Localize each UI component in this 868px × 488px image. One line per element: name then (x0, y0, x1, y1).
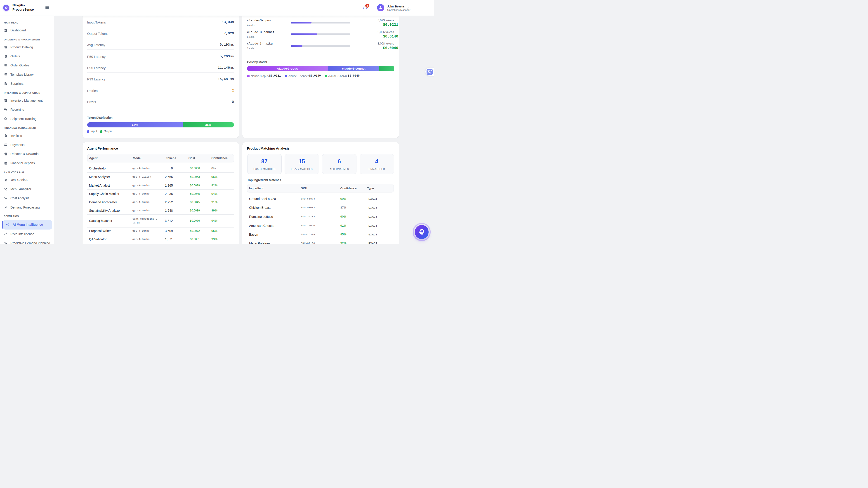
svg-text:A: A (430, 72, 432, 74)
